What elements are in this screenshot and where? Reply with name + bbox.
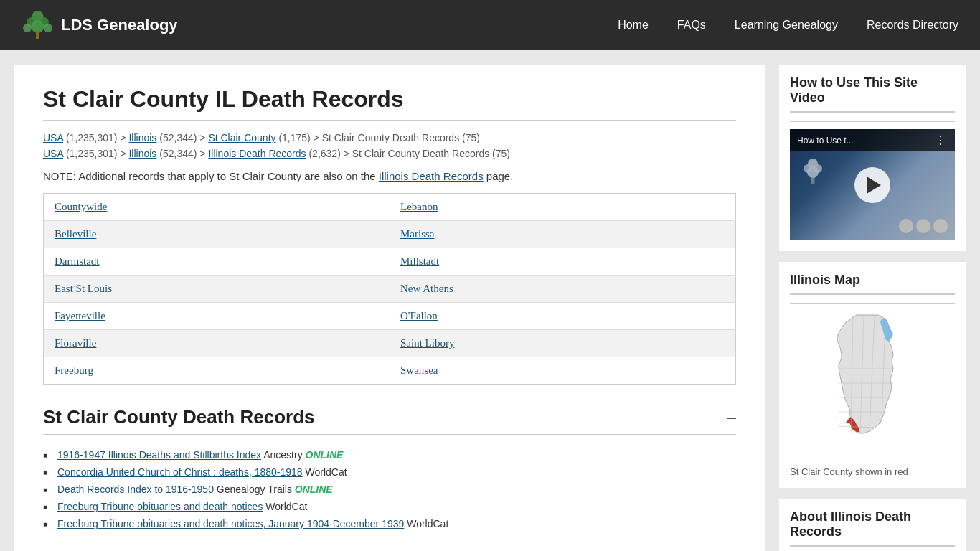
about-section: About Illinois DeathRecords Death record… xyxy=(779,499,966,551)
video-thumbnail[interactable]: How to Use t... ⋮ xyxy=(790,129,955,240)
breadcrumb-2: USA (1,235,301) > Illinois (52,344) > Il… xyxy=(43,148,736,159)
video-top-text: How to Use t... xyxy=(797,136,854,146)
map-divider xyxy=(790,303,955,304)
location-row: Freeburg Swansea xyxy=(44,357,736,385)
record-link[interactable]: Freeburg Tribune obituaries and death no… xyxy=(57,518,404,529)
video-people xyxy=(899,219,948,233)
map-section: Illinois Map xyxy=(779,262,966,488)
location-table: Countywide Lebanon Belleville Marissa Da… xyxy=(43,193,736,385)
location-row: Floraville Saint Libory xyxy=(44,330,736,357)
location-col2: O'Fallon xyxy=(390,303,736,330)
record-link[interactable]: Freeburg Tribune obituaries and death no… xyxy=(57,501,263,512)
video-section-title: How to Use This Site Video xyxy=(790,75,955,113)
page-wrapper: St Clair County IL Death Records USA (1,… xyxy=(0,50,980,551)
logo-text: LDS Genealogy xyxy=(61,16,178,34)
video-top-bar: How to Use t... ⋮ xyxy=(790,129,955,151)
location-col1: Floraville xyxy=(44,330,390,357)
location-row: Fayetteville O'Fallon xyxy=(44,303,736,330)
nav-faqs[interactable]: FAQs xyxy=(677,19,706,32)
illinois-map-container xyxy=(790,311,955,462)
breadcrumb-illinois-2[interactable]: Illinois xyxy=(128,148,156,159)
map-caption: St Clair County shown in red xyxy=(790,466,955,477)
online-badge: ONLINE xyxy=(295,484,333,495)
location-link[interactable]: East St Louis xyxy=(55,283,112,294)
location-link[interactable]: Belleville xyxy=(55,228,96,240)
location-link[interactable]: O'Fallon xyxy=(400,310,438,321)
note-text: NOTE: Additional records that apply to S… xyxy=(43,170,736,182)
record-item: Freeburg Tribune obituaries and death no… xyxy=(43,515,736,532)
map-section-title: Illinois Map xyxy=(790,273,955,295)
tree-logo-icon xyxy=(22,9,54,42)
location-link[interactable]: Floraville xyxy=(55,337,96,349)
play-button[interactable] xyxy=(854,167,890,203)
collapse-button[interactable]: – xyxy=(727,410,736,425)
location-col1: Fayetteville xyxy=(44,303,390,330)
location-col2: Lebanon xyxy=(390,194,736,221)
breadcrumb-1: USA (1,235,301) > Illinois (52,344) > St… xyxy=(43,132,736,143)
about-section-title: About Illinois DeathRecords xyxy=(790,509,955,547)
location-link[interactable]: Swansea xyxy=(400,364,438,376)
video-tree-icon xyxy=(801,158,826,187)
breadcrumb-ildeathrecords[interactable]: Illinois Death Records xyxy=(208,148,306,159)
location-col2: Marissa xyxy=(390,221,736,248)
location-col1: Countywide xyxy=(44,194,390,221)
breadcrumb-usa-2[interactable]: USA xyxy=(43,148,63,159)
location-link[interactable]: New Athens xyxy=(400,283,453,294)
logo-area: LDS Genealogy xyxy=(22,9,178,42)
video-menu-dots[interactable]: ⋮ xyxy=(935,133,948,147)
illinois-map xyxy=(810,311,936,462)
video-divider xyxy=(790,121,955,122)
page-title: St Clair County IL Death Records xyxy=(43,86,736,121)
record-item: Concordia United Church of Christ : deat… xyxy=(43,463,736,481)
location-row: East St Louis New Athens xyxy=(44,276,736,303)
location-row: Darmstadt Millstadt xyxy=(44,248,736,276)
play-triangle-icon xyxy=(867,176,881,194)
svg-point-10 xyxy=(807,166,819,178)
breadcrumb-stclair-1[interactable]: St Clair County xyxy=(208,132,275,143)
location-col2: Millstadt xyxy=(390,248,736,276)
location-col1: East St Louis xyxy=(44,276,390,303)
record-link[interactable]: 1916-1947 Illinois Deaths and Stillbirth… xyxy=(57,449,261,461)
nav-learning-genealogy[interactable]: Learning Genealogy xyxy=(735,19,838,32)
video-section: How to Use This Site Video How to Use t.… xyxy=(779,65,966,251)
location-link[interactable]: Freeburg xyxy=(55,364,93,376)
nav-home[interactable]: Home xyxy=(618,19,649,32)
location-row: Belleville Marissa xyxy=(44,221,736,248)
record-link[interactable]: Concordia United Church of Christ : deat… xyxy=(57,466,303,478)
location-row: Countywide Lebanon xyxy=(44,194,736,221)
svg-point-4 xyxy=(44,24,52,32)
section-title: St Clair County Death Records xyxy=(43,406,315,428)
svg-point-3 xyxy=(23,24,32,32)
location-col2: Swansea xyxy=(390,357,736,385)
record-link[interactable]: Death Records Index to 1916-1950 xyxy=(57,484,214,495)
location-link[interactable]: Marissa xyxy=(400,228,435,240)
site-header: LDS Genealogy Home FAQs Learning Genealo… xyxy=(0,0,980,50)
record-item: Death Records Index to 1916-1950 Genealo… xyxy=(43,481,736,498)
main-content: St Clair County IL Death Records USA (1,… xyxy=(14,65,765,551)
nav-records-directory[interactable]: Records Directory xyxy=(867,19,958,32)
record-item: Freeburg Tribune obituaries and death no… xyxy=(43,498,736,515)
note-link[interactable]: Illinois Death Records xyxy=(379,170,484,182)
location-link[interactable]: Darmstadt xyxy=(55,255,99,267)
death-records-section-heading: St Clair County Death Records – xyxy=(43,406,736,435)
location-col1: Freeburg xyxy=(44,357,390,385)
svg-rect-6 xyxy=(36,32,39,39)
location-link[interactable]: Millstadt xyxy=(400,255,439,267)
record-item: 1916-1947 Illinois Deaths and Stillbirth… xyxy=(43,446,736,463)
location-col1: Darmstadt xyxy=(44,248,390,276)
breadcrumb-illinois-1[interactable]: Illinois xyxy=(128,132,156,143)
svg-rect-11 xyxy=(811,178,815,184)
breadcrumb-usa-1[interactable]: USA xyxy=(43,132,63,143)
online-badge: ONLINE xyxy=(306,449,344,461)
svg-point-5 xyxy=(32,20,44,33)
location-col2: New Athens xyxy=(390,276,736,303)
location-link[interactable]: Lebanon xyxy=(400,201,438,212)
sidebar: How to Use This Site Video How to Use t.… xyxy=(779,65,966,551)
location-col2: Saint Libory xyxy=(390,330,736,357)
location-link[interactable]: Fayetteville xyxy=(55,310,105,321)
records-list: 1916-1947 Illinois Deaths and Stillbirth… xyxy=(43,446,736,532)
location-link[interactable]: Saint Libory xyxy=(400,337,454,349)
location-col1: Belleville xyxy=(44,221,390,248)
main-nav: Home FAQs Learning Genealogy Records Dir… xyxy=(618,19,958,32)
location-link[interactable]: Countywide xyxy=(55,201,107,212)
